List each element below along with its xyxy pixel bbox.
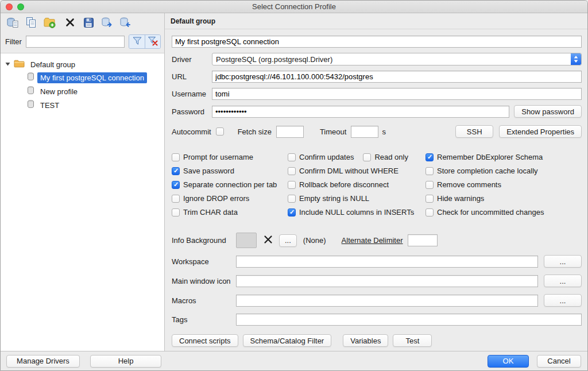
new-profile-button[interactable] <box>4 16 21 31</box>
username-input[interactable] <box>212 88 582 100</box>
ok-button[interactable]: OK <box>488 355 529 368</box>
ssh-button[interactable]: SSH <box>455 125 493 138</box>
filter-label: Filter <box>5 37 22 46</box>
folder-icon <box>14 59 25 69</box>
clear-info-background-button[interactable] <box>261 233 276 248</box>
disclosure-triangle-icon[interactable] <box>5 60 11 69</box>
checkbox-rollback-before-disconnect[interactable]: Rollback before disconnect <box>288 180 425 190</box>
info-background-row: Info Background ... (None) Alternate Del… <box>172 233 582 248</box>
save-profiles-button[interactable] <box>80 16 97 31</box>
help-button[interactable]: Help <box>90 355 161 368</box>
checkbox-separate-connection-per-tab[interactable]: Separate connection per tab <box>172 180 288 190</box>
tags-label: Tags <box>172 315 236 324</box>
tree-item-profile-2[interactable]: New profile <box>1 84 164 98</box>
workspace-input[interactable] <box>236 256 538 268</box>
profile-name-input[interactable] <box>172 36 582 48</box>
checkbox-remember-dbexplorer-schema[interactable]: Remember DbExplorer Schema <box>425 152 582 162</box>
checkbox-box <box>425 153 434 161</box>
tree-item-profile-3[interactable]: TEST <box>1 98 164 112</box>
close-button[interactable] <box>6 3 13 10</box>
checkbox-prompt-for-username[interactable]: Prompt for username <box>172 152 288 162</box>
browse-macros-button[interactable]: ... <box>544 294 582 307</box>
checkbox-box <box>172 195 180 203</box>
choose-info-background-button[interactable]: ... <box>279 234 297 247</box>
driver-select[interactable]: PostgreSQL (org.postgresql.Driver) <box>212 53 582 65</box>
checkbox-box <box>288 208 296 217</box>
checkbox-ignore-drop-errors[interactable]: Ignore DROP errors <box>172 194 288 203</box>
autocommit-label: Autocommit <box>172 127 211 136</box>
test-button[interactable]: Test <box>393 334 432 347</box>
autocommit-row: Autocommit Fetch size Timeout s SSH Exte… <box>172 125 582 138</box>
checkbox-remove-comments[interactable]: Remove comments <box>425 180 582 190</box>
tree-item-label: TEST <box>37 100 62 111</box>
alternate-delimiter-input[interactable] <box>408 234 438 246</box>
extended-properties-button[interactable]: Extended Properties <box>499 125 582 138</box>
schema-catalog-filter-button[interactable]: Schema/Catalog Filter <box>243 334 332 347</box>
tree-group-label: Default group <box>28 59 78 70</box>
checkbox-read-only[interactable]: Read only <box>363 152 408 162</box>
show-password-button[interactable]: Show password <box>514 105 582 118</box>
username-label: Username <box>172 90 212 98</box>
checkbox-confirm-updates[interactable]: Confirm updates <box>288 152 354 162</box>
profile-icon <box>27 86 34 96</box>
reset-filter-button[interactable] <box>145 35 160 48</box>
browse-main-window-icon-button[interactable]: ... <box>544 275 582 287</box>
main-window-icon-label: Main window icon <box>172 277 236 285</box>
checkbox-store-completion-cache-locally[interactable]: Store completion cache locally <box>425 166 582 176</box>
profile-actions-row: Connect scripts Schema/Catalog Filter Va… <box>172 334 582 347</box>
checkbox-label: Prompt for username <box>183 153 253 161</box>
autocommit-checkbox[interactable] <box>216 127 224 136</box>
checkbox-save-password[interactable]: Save password <box>172 166 288 176</box>
manage-drivers-button[interactable]: Manage Drivers <box>6 355 80 368</box>
fetch-size-input[interactable] <box>276 126 304 138</box>
connect-scripts-button[interactable]: Connect scripts <box>172 334 238 347</box>
checkbox-box <box>425 181 434 189</box>
move-up-icon <box>119 16 131 30</box>
checkbox-label: Hide warnings <box>437 194 484 203</box>
combo-arrows-icon <box>571 53 581 65</box>
checkbox-label: Include NULL columns in INSERTs <box>299 208 414 217</box>
browse-workspace-button[interactable]: ... <box>544 255 582 268</box>
clear-icon <box>264 235 273 246</box>
checkbox-label: Empty string is NULL <box>299 194 369 203</box>
copy-profile-button[interactable] <box>22 16 40 31</box>
delete-profile-button[interactable] <box>61 16 79 31</box>
info-background-swatch-button[interactable] <box>236 233 257 248</box>
checkbox-empty-string-is-null[interactable]: Empty string is NULL <box>288 194 425 203</box>
main-window-icon-input[interactable] <box>236 275 538 287</box>
profile-editor-panel: Default group Driver PostgreSQL (org.pos… <box>165 13 587 351</box>
checkbox-check-for-uncommitted-changes[interactable]: Check for uncommitted changes <box>425 207 582 217</box>
checkbox-hide-warnings[interactable]: Hide warnings <box>425 194 582 203</box>
tags-input[interactable] <box>236 314 582 326</box>
variables-button[interactable]: Variables <box>343 334 388 347</box>
timeout-input[interactable] <box>351 126 378 138</box>
profile-icon <box>27 100 34 110</box>
checkbox-confirm-dml-without-where[interactable]: Confirm DML without WHERE <box>288 166 425 176</box>
checkbox-trim-char-data[interactable]: Trim CHAR data <box>172 207 288 217</box>
new-group-button[interactable] <box>41 16 58 31</box>
checkbox-box <box>425 195 434 203</box>
checkbox-label: Rollback before disconnect <box>299 180 389 189</box>
checkbox-include-null-columns-in-inserts[interactable]: Include NULL columns in INSERTs <box>288 207 425 217</box>
move-profile-down-button[interactable] <box>98 16 115 31</box>
zoom-button[interactable] <box>17 3 24 10</box>
dialog-footer: Manage Drivers Help OK Cancel <box>1 351 587 370</box>
checkbox-label: Save password <box>183 167 234 175</box>
checkbox-label: Read only <box>374 153 408 161</box>
options-grid: Prompt for username Save password Separa… <box>172 152 582 217</box>
driver-value: PostgreSQL (org.postgresql.Driver) <box>216 55 332 64</box>
checkbox-box <box>288 181 296 189</box>
group-header: Default group <box>165 13 587 29</box>
url-input[interactable] <box>212 71 582 83</box>
cancel-button[interactable]: Cancel <box>537 355 581 368</box>
tree-item-label: New profile <box>37 86 80 97</box>
filter-input[interactable] <box>26 36 125 48</box>
tree-group-default[interactable]: Default group <box>1 58 164 71</box>
checkbox-box <box>172 167 180 175</box>
checkbox-box <box>172 208 180 217</box>
tree-item-profile-1[interactable]: My first postgreSQL connection <box>1 71 164 84</box>
move-profile-up-button[interactable] <box>117 16 134 31</box>
apply-filter-button[interactable] <box>129 35 145 48</box>
macros-input[interactable] <box>236 295 538 307</box>
password-input[interactable] <box>212 106 509 118</box>
